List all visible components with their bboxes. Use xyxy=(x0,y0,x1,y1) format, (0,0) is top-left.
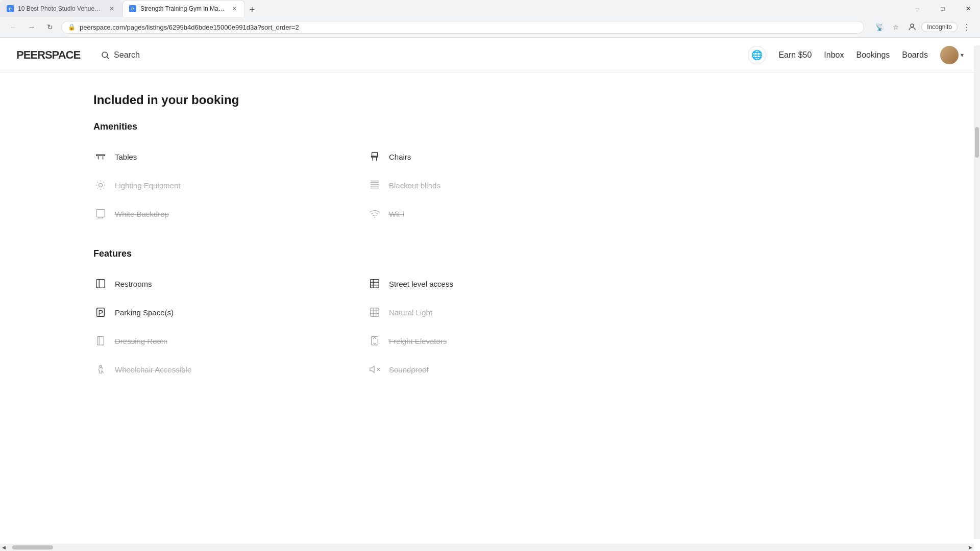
amenity-blinds: Blackout blinds xyxy=(368,171,642,199)
amenity-blinds-label: Blackout blinds xyxy=(389,181,440,190)
svg-rect-3 xyxy=(96,155,105,156)
browser-tab-1[interactable]: P 10 Best Photo Studio Venues - T... ✕ xyxy=(0,0,122,17)
feature-parking: Parking Space(s) xyxy=(93,298,368,327)
main-content: Included in your booking Amenities Table… xyxy=(0,72,735,424)
svg-rect-41 xyxy=(97,337,104,345)
svg-line-15 xyxy=(97,182,98,183)
elevator-icon xyxy=(368,334,382,348)
amenities-title: Amenities xyxy=(93,121,642,132)
features-section: Features Restrooms Street level access xyxy=(93,248,642,384)
sound-icon xyxy=(368,362,382,377)
feature-natural-light: Natural Light xyxy=(368,298,642,327)
svg-marker-45 xyxy=(370,366,374,373)
svg-rect-30 xyxy=(371,280,379,288)
svg-point-44 xyxy=(100,365,102,367)
browser-tab-2[interactable]: P Strength Training Gym in Markh... ✕ xyxy=(122,0,245,17)
tab1-favicon: P xyxy=(7,5,14,12)
restroom-icon xyxy=(93,277,108,291)
reload-button[interactable]: ↻ xyxy=(43,20,57,34)
chevron-down-icon: ▾ xyxy=(961,52,964,59)
back-button[interactable]: ← xyxy=(6,20,20,34)
svg-rect-6 xyxy=(372,153,378,156)
window-controls: – □ ✕ xyxy=(905,1,980,17)
forward-button[interactable]: → xyxy=(24,20,39,34)
user-menu[interactable]: ▾ xyxy=(940,46,964,64)
search-label: Search xyxy=(114,51,140,60)
amenities-grid: Tables Chairs Lighting Equipment Blackou… xyxy=(93,142,642,228)
amenity-backdrop: White Backdrop xyxy=(93,199,368,228)
amenity-chairs-label: Chairs xyxy=(389,153,411,161)
tab1-title: 10 Best Photo Studio Venues - T... xyxy=(18,5,104,12)
svg-line-18 xyxy=(103,182,104,183)
svg-line-17 xyxy=(97,188,98,188)
peerspace-logo[interactable]: PEERSPACE xyxy=(16,48,80,62)
amenity-tables-label: Tables xyxy=(115,153,137,161)
svg-rect-34 xyxy=(97,308,105,317)
svg-point-1 xyxy=(102,52,108,58)
dressing-icon xyxy=(93,334,108,348)
feature-natural-light-label: Natural Light xyxy=(389,308,432,317)
browser-chrome: P 10 Best Photo Studio Venues - T... ✕ P… xyxy=(0,0,980,38)
svg-line-16 xyxy=(103,188,104,188)
svg-rect-24 xyxy=(96,210,105,217)
amenity-lighting-label: Lighting Equipment xyxy=(115,181,180,190)
boards-link[interactable]: Boards xyxy=(902,51,928,60)
inbox-link[interactable]: Inbox xyxy=(824,51,844,60)
amenity-wifi-label: WiFi xyxy=(389,210,404,218)
sun-icon xyxy=(368,305,382,319)
close-window-button[interactable]: ✕ xyxy=(957,1,980,17)
url-text: peerspace.com/pages/listings/6299b4d6bde… xyxy=(80,23,857,31)
restore-button[interactable]: □ xyxy=(931,1,954,17)
feature-freight-elevators: Freight Elevators xyxy=(368,327,642,355)
feature-soundproof-label: Soundproof xyxy=(389,365,429,374)
header-nav: 🌐 Earn $50 Inbox Bookings Boards ▾ xyxy=(748,46,964,64)
incognito-badge[interactable]: Incognito xyxy=(921,22,958,32)
bookings-link[interactable]: Bookings xyxy=(856,51,890,60)
earn-link[interactable]: Earn $50 xyxy=(778,51,812,60)
vertical-scrollbar[interactable] xyxy=(974,45,980,424)
feature-restrooms-label: Restrooms xyxy=(115,280,152,288)
security-icon: 🔒 xyxy=(68,23,76,31)
tab1-close[interactable]: ✕ xyxy=(108,5,116,13)
amenity-lighting: Lighting Equipment xyxy=(93,171,368,199)
svg-point-10 xyxy=(99,183,102,187)
svg-rect-36 xyxy=(371,308,379,317)
blinds-icon xyxy=(368,178,382,192)
browser-menu-button[interactable]: ⋮ xyxy=(960,20,974,34)
tab2-close[interactable]: ✕ xyxy=(230,5,238,13)
globe-icon[interactable]: 🌐 xyxy=(748,46,766,64)
feature-restrooms: Restrooms xyxy=(93,269,368,298)
parking-icon xyxy=(93,305,108,319)
amenity-tables: Tables xyxy=(93,142,368,171)
toolbar-icons: 📡 ☆ Incognito ⋮ xyxy=(872,20,974,34)
feature-wheelchair: Wheelchair Accessible xyxy=(93,355,368,384)
feature-street-access: Street level access xyxy=(368,269,642,298)
cast-icon[interactable]: 📡 xyxy=(872,20,887,34)
url-bar[interactable]: 🔒 peerspace.com/pages/listings/6299b4d6b… xyxy=(61,21,864,34)
wifi-icon xyxy=(368,207,382,221)
street-icon xyxy=(368,277,382,291)
svg-line-2 xyxy=(107,57,109,59)
chair-icon xyxy=(368,149,382,164)
table-icon xyxy=(93,149,108,164)
amenity-chairs: Chairs xyxy=(368,142,642,171)
new-tab-button[interactable]: + xyxy=(245,3,259,17)
feature-parking-label: Parking Space(s) xyxy=(115,308,174,317)
user-avatar xyxy=(940,46,959,64)
svg-rect-7 xyxy=(372,156,378,157)
site-header: PEERSPACE Search 🌐 Earn $50 Inbox Bookin… xyxy=(0,38,980,72)
wheelchair-icon xyxy=(93,362,108,377)
backdrop-icon xyxy=(93,207,108,221)
tab2-favicon: P xyxy=(129,5,136,12)
bookmark-icon[interactable]: ☆ xyxy=(889,20,903,34)
amenity-backdrop-label: White Backdrop xyxy=(115,210,169,218)
search-button[interactable]: Search xyxy=(96,48,144,62)
svg-rect-29 xyxy=(96,280,105,288)
svg-point-28 xyxy=(374,217,375,218)
scrollbar-thumb[interactable] xyxy=(975,127,979,158)
feature-wheelchair-label: Wheelchair Accessible xyxy=(115,365,191,374)
feature-freight-label: Freight Elevators xyxy=(389,337,447,345)
search-icon xyxy=(101,51,110,60)
minimize-button[interactable]: – xyxy=(905,1,929,17)
profile-icon[interactable] xyxy=(905,20,919,34)
